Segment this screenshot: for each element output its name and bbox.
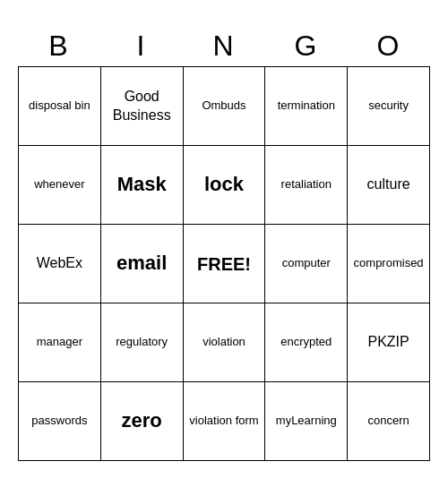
bingo-card: BINGO disposal binGood BusinessOmbudster…	[18, 26, 430, 461]
bingo-cell: concern	[348, 382, 430, 461]
bingo-cell: disposal bin	[19, 67, 101, 146]
bingo-cell: culture	[348, 146, 430, 225]
header-letter: I	[100, 26, 183, 66]
bingo-cell: Mask	[101, 146, 184, 225]
bingo-cell: PKZIP	[348, 303, 430, 382]
bingo-cell: WebEx	[19, 225, 101, 303]
bingo-cell: security	[348, 67, 430, 146]
bingo-cell: lock	[184, 146, 266, 225]
header-letter: B	[18, 26, 100, 66]
bingo-grid: disposal binGood BusinessOmbudsterminati…	[18, 66, 430, 461]
header-letter: N	[183, 26, 265, 66]
bingo-header: BINGO	[18, 26, 430, 66]
header-letter: O	[348, 26, 430, 66]
bingo-cell: encrypted	[265, 303, 348, 382]
bingo-cell: Good Business	[101, 67, 184, 146]
bingo-cell: retaliation	[265, 146, 348, 225]
bingo-cell: termination	[265, 67, 348, 146]
bingo-cell: compromised	[348, 225, 430, 303]
bingo-cell: regulatory	[101, 303, 184, 382]
bingo-cell: Ombuds	[184, 67, 266, 146]
bingo-cell: computer	[265, 225, 348, 303]
bingo-cell: violation	[184, 303, 266, 382]
bingo-cell: zero	[101, 382, 184, 461]
bingo-cell: violation form	[184, 382, 266, 461]
bingo-cell: myLearning	[265, 382, 348, 461]
bingo-cell: email	[101, 225, 184, 303]
bingo-cell: passwords	[19, 382, 101, 461]
bingo-cell: FREE!	[184, 225, 266, 303]
bingo-cell: whenever	[19, 146, 101, 225]
bingo-cell: manager	[19, 303, 101, 382]
header-letter: G	[265, 26, 348, 66]
